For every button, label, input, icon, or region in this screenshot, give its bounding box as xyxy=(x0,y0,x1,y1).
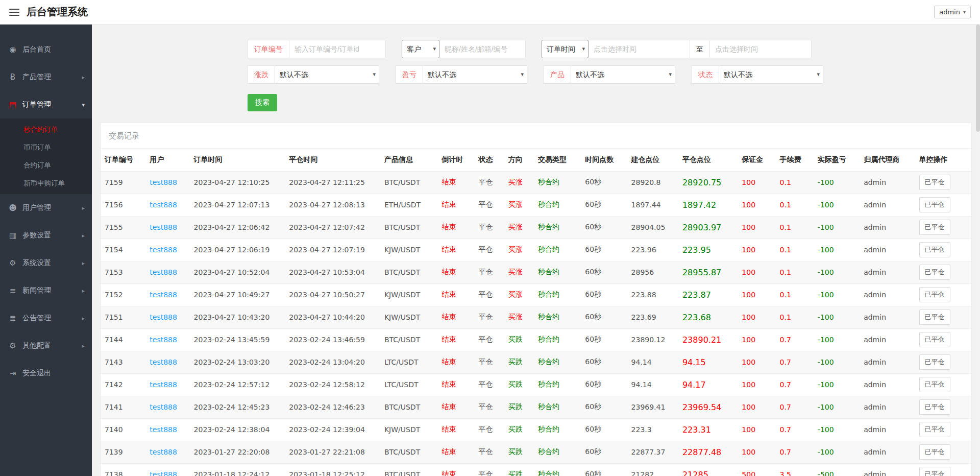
cell-countdown: 结束 xyxy=(437,306,474,328)
closed-position-button[interactable]: 已平仓 xyxy=(919,220,950,235)
closed-position-button[interactable]: 已平仓 xyxy=(919,354,950,370)
cell-user: test888 xyxy=(145,194,189,216)
col-header-close-time: 平仓时间 xyxy=(285,149,380,171)
user-link[interactable]: test888 xyxy=(150,201,177,209)
cell-user: test888 xyxy=(145,328,189,351)
cell-open-time: 2023-02-24 12:38:04 xyxy=(190,418,285,441)
sidebar-item-parameter-settings[interactable]: ▥参数设置▸ xyxy=(0,222,92,249)
sidebar-item-order-management[interactable]: ▤订单管理▾ xyxy=(0,91,92,118)
cell-order-no: 7140 xyxy=(101,418,145,441)
status-select[interactable]: 默认不选 xyxy=(719,65,823,84)
closed-position-button[interactable]: 已平仓 xyxy=(919,197,950,212)
vertical-scrollbar[interactable] xyxy=(976,25,980,476)
closed-position-button[interactable]: 已平仓 xyxy=(919,377,950,392)
user-link[interactable]: test888 xyxy=(150,268,177,276)
closed-position-button[interactable]: 已平仓 xyxy=(919,175,950,190)
sidebar-subitem-new-coin-subscription-orders[interactable]: 新币申购订单 xyxy=(0,174,92,192)
closed-position-button[interactable]: 已平仓 xyxy=(919,399,950,415)
user-link[interactable]: test888 xyxy=(150,425,177,434)
cell-direction: 买跌 xyxy=(504,328,534,351)
trade-table: 订单编号用户订单时间平仓时间产品信息倒计时状态方向交易类型时间点数建仓点位平仓点… xyxy=(101,149,971,476)
order-no-input[interactable] xyxy=(289,40,386,58)
closed-position-button[interactable]: 已平仓 xyxy=(919,242,950,257)
cell-action: 已平仓 xyxy=(915,216,971,239)
cell-close-time: 2023-04-27 10:44:20 xyxy=(285,306,380,328)
user-link[interactable]: test888 xyxy=(150,178,177,186)
sidebar-subitem-second-contract-orders[interactable]: 秒合约订单 xyxy=(0,121,92,138)
user-link[interactable]: test888 xyxy=(150,448,177,456)
cell-margin: 500 xyxy=(738,463,775,476)
cell-product: BTC/USDT xyxy=(380,216,437,239)
cell-profit: -100 xyxy=(814,441,860,463)
user-link[interactable]: test888 xyxy=(150,246,177,254)
closed-position-button[interactable]: 已平仓 xyxy=(919,467,950,476)
closed-position-button[interactable]: 已平仓 xyxy=(919,265,950,280)
cell-product: BTC/USDT xyxy=(380,261,437,283)
user-link[interactable]: test888 xyxy=(150,336,177,344)
customer-type-select[interactable]: 客户 xyxy=(402,40,439,58)
start-time-input[interactable] xyxy=(588,40,690,58)
customer-input[interactable] xyxy=(439,40,526,58)
sidebar-item-notice-management[interactable]: ≣公告管理▸ xyxy=(0,304,92,332)
cell-action: 已平仓 xyxy=(915,306,971,328)
cell-close-point: 223.31 xyxy=(678,418,738,441)
user-link[interactable]: test888 xyxy=(150,223,177,231)
cell-countdown: 结束 xyxy=(437,351,474,373)
sidebar-item-system-settings[interactable]: ⚙系统设置▸ xyxy=(0,249,92,277)
closed-position-button[interactable]: 已平仓 xyxy=(919,444,950,460)
closed-position-button[interactable]: 已平仓 xyxy=(919,422,950,437)
chevron-right-icon: ▸ xyxy=(82,343,85,349)
cell-status: 平仓 xyxy=(475,418,504,441)
user-link[interactable]: test888 xyxy=(150,291,177,299)
cell-order-no: 7141 xyxy=(101,396,145,418)
table-row: 7139test8882023-01-27 22:20:082023-01-27… xyxy=(101,441,971,463)
cell-profit: -100 xyxy=(814,373,860,396)
scrollbar-thumb[interactable] xyxy=(976,25,980,132)
sidebar-item-news-management[interactable]: ≡新闻管理▸ xyxy=(0,277,92,304)
sidebar-subitem-contract-orders[interactable]: 合约订单 xyxy=(0,156,92,174)
cell-trade-type: 秒合约 xyxy=(534,239,581,261)
cell-fee: 0.1 xyxy=(776,216,814,239)
sidebar-item-other-config[interactable]: ⚙其他配置▸ xyxy=(0,332,92,360)
sidebar-item-product-management[interactable]: Ƀ产品管理▸ xyxy=(0,63,92,91)
sidebar-item-label: 新闻管理 xyxy=(22,286,79,295)
user-link[interactable]: test888 xyxy=(150,403,177,411)
cell-action: 已平仓 xyxy=(915,441,971,463)
profit-loss-select[interactable]: 默认不选 xyxy=(423,65,527,84)
trade-table-body: 7159test8882023-04-27 12:10:252023-04-27… xyxy=(101,171,971,476)
cell-margin: 100 xyxy=(738,418,775,441)
user-dropdown[interactable]: admin ▾ xyxy=(934,6,971,18)
time-type-select[interactable]: 订单时间 xyxy=(542,40,589,58)
user-link[interactable]: test888 xyxy=(150,380,177,389)
closed-position-button[interactable]: 已平仓 xyxy=(919,332,950,347)
end-time-input[interactable] xyxy=(709,40,812,58)
cell-fee: 0.1 xyxy=(776,194,814,216)
cell-product: BTC/USDT xyxy=(380,441,437,463)
sidebar-item-home[interactable]: ◉后台首页 xyxy=(0,36,92,63)
cell-trade-type: 秒合约 xyxy=(534,351,581,373)
bitcoin-icon: Ƀ xyxy=(7,73,18,82)
closed-position-button[interactable]: 已平仓 xyxy=(919,287,950,302)
cell-countdown: 结束 xyxy=(437,463,474,476)
user-link[interactable]: test888 xyxy=(150,358,177,366)
rise-fall-select[interactable]: 默认不选 xyxy=(275,65,379,84)
table-row: 7140test8882023-02-24 12:38:042023-02-24… xyxy=(101,418,971,441)
col-header-trade-type: 交易类型 xyxy=(534,149,581,171)
sidebar-subitem-coin-orders[interactable]: 币币订单 xyxy=(0,138,92,156)
hamburger-menu-icon[interactable] xyxy=(9,9,19,16)
cell-action: 已平仓 xyxy=(915,351,971,373)
closed-position-button[interactable]: 已平仓 xyxy=(919,310,950,325)
cell-user: test888 xyxy=(145,171,189,194)
user-link[interactable]: test888 xyxy=(150,313,177,321)
user-link[interactable]: test888 xyxy=(150,470,177,476)
cell-agent: admin xyxy=(860,194,915,216)
product-select[interactable]: 默认不选 xyxy=(571,65,675,84)
cell-order-no: 7156 xyxy=(101,194,145,216)
col-header-product: 产品信息 xyxy=(380,149,437,171)
table-row: 7151test8882023-04-27 10:43:202023-04-27… xyxy=(101,306,971,328)
sidebar-item-user-management[interactable]: ☻用户管理▸ xyxy=(0,194,92,222)
cell-direction: 买跌 xyxy=(504,373,534,396)
sidebar-item-logout[interactable]: ⇥安全退出 xyxy=(0,360,92,387)
status-select-wrap: 默认不选 xyxy=(719,65,823,84)
search-button[interactable]: 搜索 xyxy=(248,94,277,111)
